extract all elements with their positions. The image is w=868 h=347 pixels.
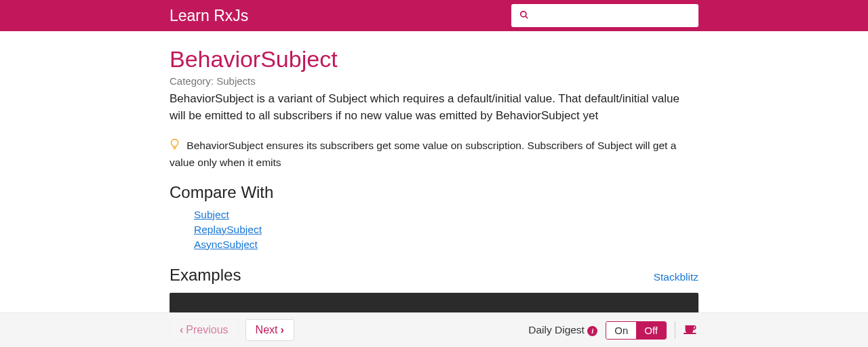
footer-inner: ‹ Previous Next › Daily Digest i On Off <box>170 319 698 341</box>
list-item: Subject <box>194 209 698 221</box>
divider <box>675 321 675 339</box>
site-title[interactable]: Learn RxJs <box>170 7 248 25</box>
chevron-left-icon: ‹ <box>180 324 183 336</box>
nav-buttons: ‹ Previous Next › <box>170 319 294 341</box>
main-content: BehaviorSubject Category: Subjects Behav… <box>170 31 698 333</box>
coffee-icon[interactable] <box>684 323 698 338</box>
compare-link-asyncsubject[interactable]: AsyncSubject <box>194 239 258 250</box>
previous-label: Previous <box>186 324 228 336</box>
compare-list: Subject ReplaySubject AsyncSubject <box>170 209 698 251</box>
search-icon <box>519 10 529 22</box>
toggle-on[interactable]: On <box>606 322 636 339</box>
toggle-off[interactable]: Off <box>636 322 666 339</box>
examples-heading: Examples <box>170 266 241 285</box>
top-header: Learn RxJs <box>0 0 868 31</box>
header-inner: Learn RxJs <box>170 4 698 27</box>
footer-bar: ‹ Previous Next › Daily Digest i On Off <box>0 312 868 347</box>
examples-header-row: Examples Stackblitz <box>170 266 698 285</box>
search-box[interactable] <box>511 4 698 27</box>
next-label: Next <box>256 324 278 336</box>
compare-link-subject[interactable]: Subject <box>194 209 229 220</box>
svg-rect-2 <box>684 332 696 333</box>
compare-link-replaysubject[interactable]: ReplaySubject <box>194 224 262 235</box>
list-item: ReplaySubject <box>194 224 698 236</box>
page-title: BehaviorSubject <box>170 46 698 73</box>
info-icon[interactable]: i <box>587 326 597 336</box>
description-text: BehaviorSubject is a variant of Subject … <box>170 91 698 124</box>
lightbulb-icon <box>170 138 180 155</box>
tip-block: BehaviorSubject ensures its subscribers … <box>170 138 698 170</box>
search-input[interactable] <box>534 10 690 21</box>
chevron-right-icon: › <box>280 324 283 336</box>
compare-heading: Compare With <box>170 183 698 202</box>
stackblitz-link[interactable]: Stackblitz <box>654 271 698 283</box>
list-item: AsyncSubject <box>194 239 698 251</box>
previous-button: ‹ Previous <box>170 319 239 341</box>
category-label: Category: Subjects <box>170 75 698 87</box>
digest-text: Daily Digest <box>528 324 585 335</box>
digest-toggle[interactable]: On Off <box>606 321 667 340</box>
digest-label: Daily Digest i <box>528 324 597 336</box>
svg-line-1 <box>526 16 528 18</box>
tip-text: BehaviorSubject ensures its subscribers … <box>170 140 676 168</box>
svg-point-0 <box>521 11 526 16</box>
next-button[interactable]: Next › <box>245 319 294 341</box>
footer-right: Daily Digest i On Off <box>528 321 698 340</box>
